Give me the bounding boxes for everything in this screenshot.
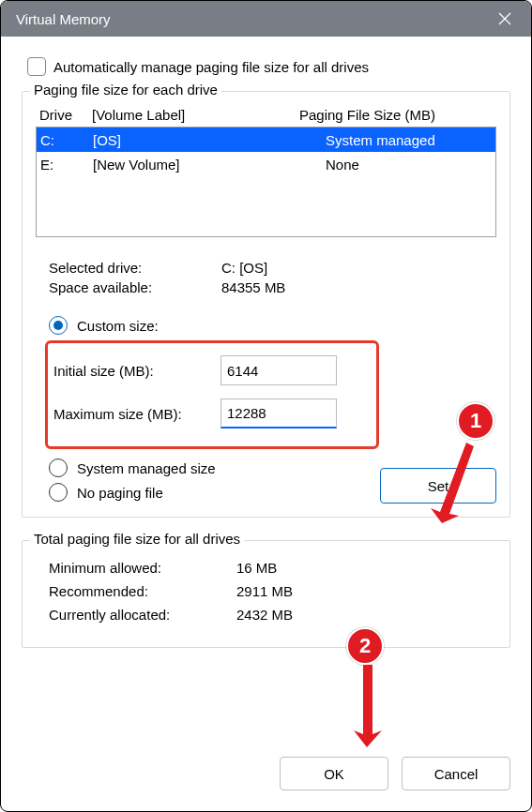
system-managed-label: System managed size xyxy=(77,460,216,476)
drive-row-paging: None xyxy=(326,157,495,173)
currently-allocated-value: 2432 MB xyxy=(236,607,293,623)
radio-icon xyxy=(49,483,68,502)
annotation-step-badge: 1 xyxy=(457,402,494,440)
selected-drive-label: Selected drive: xyxy=(49,260,221,276)
space-available-value: 84355 MB xyxy=(221,279,285,295)
drive-row-letter: E: xyxy=(40,157,93,173)
header-drive: Drive xyxy=(39,107,92,123)
cancel-button-label: Cancel xyxy=(434,766,479,782)
set-button[interactable]: Set xyxy=(380,468,496,504)
custom-size-radio[interactable]: Custom size: xyxy=(49,316,496,335)
annotation-step-number: 1 xyxy=(470,409,481,433)
no-paging-label: No paging file xyxy=(77,485,163,501)
cancel-button[interactable]: Cancel xyxy=(402,757,510,790)
auto-manage-label: Automatically manage paging file size fo… xyxy=(53,59,369,75)
initial-size-label: Initial size (MB): xyxy=(48,363,220,379)
auto-manage-checkbox[interactable]: Automatically manage paging file size fo… xyxy=(27,57,510,76)
totals-legend: Total paging file size for all drives xyxy=(30,531,244,547)
drive-row-letter: C: xyxy=(40,132,93,148)
drive-list-header: Drive [Volume Label] Paging File Size (M… xyxy=(39,107,496,123)
space-available-label: Space available: xyxy=(49,279,221,295)
minimum-allowed-label: Minimum allowed: xyxy=(36,560,236,576)
set-button-label: Set xyxy=(428,478,449,494)
radio-icon xyxy=(49,316,68,335)
annotation-arrow xyxy=(350,663,388,759)
radio-icon xyxy=(49,459,68,477)
initial-size-input[interactable] xyxy=(220,355,337,385)
drive-row-volume: [New Volume] xyxy=(93,157,326,173)
maximum-size-input[interactable] xyxy=(220,398,337,429)
ok-button-label: OK xyxy=(324,766,344,782)
recommended-label: Recommended: xyxy=(36,583,236,599)
svg-marker-3 xyxy=(354,665,382,747)
currently-allocated-label: Currently allocated: xyxy=(36,607,236,623)
close-button[interactable] xyxy=(494,8,516,30)
maximum-size-label: Maximum size (MB): xyxy=(48,406,220,422)
annotation-step-badge: 2 xyxy=(346,627,384,665)
checkbox-icon xyxy=(27,57,46,76)
drive-row-paging: System managed xyxy=(326,132,495,148)
header-volume: [Volume Label] xyxy=(92,107,299,123)
annotation-highlight: Initial size (MB): Maximum size (MB): xyxy=(45,340,379,449)
recommended-value: 2911 MB xyxy=(236,583,293,599)
annotation-step-number: 2 xyxy=(359,634,371,658)
drive-row[interactable]: C: [OS] System managed xyxy=(37,128,495,152)
selected-drive-value: C: [OS] xyxy=(221,260,267,276)
drive-row[interactable]: E: [New Volume] None xyxy=(37,152,495,176)
drives-group: Paging file size for each drive Drive [V… xyxy=(22,91,510,518)
drive-row-volume: [OS] xyxy=(93,132,326,148)
totals-group: Total paging file size for all drives Mi… xyxy=(22,540,510,648)
close-icon xyxy=(498,12,511,25)
ok-button[interactable]: OK xyxy=(280,757,388,790)
drive-list[interactable]: C: [OS] System managed E: [New Volume] N… xyxy=(36,127,496,237)
drives-group-legend: Paging file size for each drive xyxy=(30,82,221,98)
header-paging: Paging File Size (MB) xyxy=(299,107,496,123)
minimum-allowed-value: 16 MB xyxy=(236,560,277,576)
custom-size-label: Custom size: xyxy=(77,318,159,334)
window-title: Virtual Memory xyxy=(16,11,494,27)
title-bar: Virtual Memory xyxy=(1,1,531,37)
